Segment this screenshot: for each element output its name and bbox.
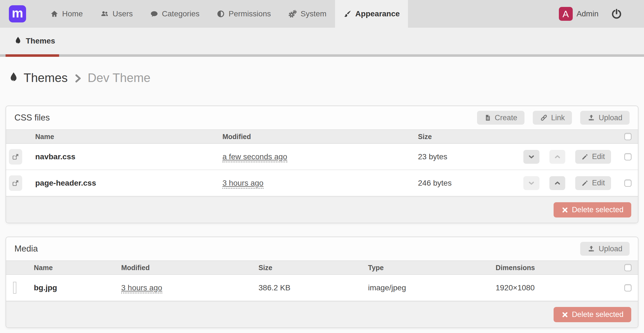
comment-icon bbox=[150, 10, 158, 18]
css-panel-footer: Delete selected bbox=[6, 196, 638, 223]
table-row-navbar-css: navbar.css a few seconds ago 23 bytes Ed… bbox=[6, 144, 638, 170]
user-block: A Admin bbox=[559, 0, 622, 28]
top-navbar: m Home Users Categories Permissions Syst… bbox=[0, 0, 644, 28]
panel-title: Media bbox=[14, 244, 38, 254]
share-icon bbox=[12, 179, 19, 187]
media-thumbnail[interactable] bbox=[13, 282, 16, 294]
upload-button-label: Upload bbox=[599, 245, 622, 253]
edit-button-label: Edit bbox=[592, 179, 605, 187]
column-header-size: Size bbox=[418, 133, 523, 141]
chevron-down-icon bbox=[528, 153, 535, 161]
upload-icon bbox=[587, 114, 595, 122]
nav-item-system[interactable]: System bbox=[280, 0, 335, 28]
x-icon bbox=[561, 206, 569, 214]
column-header-name: Name bbox=[34, 264, 121, 272]
user-name: Admin bbox=[577, 9, 599, 18]
select-all-checkbox[interactable] bbox=[624, 133, 632, 140]
share-button[interactable] bbox=[9, 149, 22, 165]
delete-selected-button[interactable]: Delete selected bbox=[554, 307, 631, 322]
edit-button[interactable]: Edit bbox=[575, 150, 611, 164]
paintbrush-icon bbox=[343, 10, 352, 18]
nav-item-permissions[interactable]: Permissions bbox=[208, 0, 279, 28]
adjust-icon bbox=[217, 10, 225, 18]
nav-item-label: Permissions bbox=[229, 9, 271, 18]
edit-button-label: Edit bbox=[592, 152, 605, 161]
tint-icon bbox=[14, 36, 22, 46]
share-icon bbox=[12, 153, 19, 161]
chevron-up-icon bbox=[554, 153, 561, 161]
logout-button[interactable] bbox=[611, 8, 622, 20]
file-name: navbar.css bbox=[35, 152, 222, 161]
row-checkbox[interactable] bbox=[624, 284, 632, 291]
row-checkbox[interactable] bbox=[624, 153, 632, 160]
move-down-button[interactable] bbox=[523, 150, 539, 164]
share-button[interactable] bbox=[9, 175, 22, 191]
css-table-header: Name Modified Size bbox=[6, 129, 638, 144]
avatar[interactable]: A bbox=[559, 7, 573, 21]
secondary-navbar: Themes bbox=[0, 28, 644, 57]
breadcrumb-current: Dev Theme bbox=[88, 71, 151, 85]
nav-item-label: Categories bbox=[162, 9, 199, 18]
select-all-checkbox[interactable] bbox=[624, 264, 632, 271]
move-down-button bbox=[523, 176, 539, 190]
column-header-size: Size bbox=[258, 264, 368, 272]
home-icon bbox=[50, 10, 59, 18]
tab-themes[interactable]: Themes bbox=[6, 28, 64, 54]
active-tab-underline bbox=[6, 54, 59, 57]
edit-button[interactable]: Edit bbox=[575, 176, 611, 190]
file-name: page-header.css bbox=[35, 179, 222, 188]
gears-icon bbox=[288, 10, 297, 18]
file-size: 23 bytes bbox=[418, 152, 523, 161]
x-icon bbox=[561, 311, 569, 318]
file-name: bg.jpg bbox=[34, 283, 121, 292]
delete-selected-button[interactable]: Delete selected bbox=[554, 202, 631, 217]
media-panel-footer: Delete selected bbox=[6, 301, 638, 327]
nav-item-label: Appearance bbox=[355, 9, 400, 18]
power-icon bbox=[611, 8, 622, 20]
file-size: 386.2 KB bbox=[258, 283, 368, 292]
nav-item-appearance[interactable]: Appearance bbox=[335, 0, 408, 28]
link-button[interactable]: Link bbox=[533, 111, 572, 125]
file-size: 246 bytes bbox=[418, 179, 523, 188]
upload-button[interactable]: Upload bbox=[580, 111, 630, 125]
file-icon bbox=[484, 114, 491, 122]
main-nav: Home Users Categories Permissions System… bbox=[42, 0, 408, 28]
chevron-down-icon bbox=[528, 179, 535, 187]
upload-button-label: Upload bbox=[599, 114, 622, 122]
file-dimensions: 1920×1080 bbox=[496, 283, 618, 292]
main-content: Themes Dev Theme CSS files Create Link U… bbox=[0, 57, 644, 328]
create-button[interactable]: Create bbox=[477, 111, 524, 125]
pencil-icon bbox=[581, 153, 589, 160]
nav-item-label: Home bbox=[62, 9, 83, 18]
delete-selected-label: Delete selected bbox=[572, 206, 623, 214]
nav-item-users[interactable]: Users bbox=[92, 0, 141, 28]
chevron-up-icon bbox=[554, 179, 561, 187]
css-files-panel: CSS files Create Link Upload Name Modif bbox=[6, 106, 638, 223]
modified-link[interactable]: 3 hours ago bbox=[121, 283, 162, 293]
modified-link[interactable]: 3 hours ago bbox=[222, 179, 263, 189]
delete-selected-label: Delete selected bbox=[572, 310, 623, 319]
upload-button[interactable]: Upload bbox=[580, 242, 630, 256]
chevron-right-icon bbox=[73, 73, 82, 84]
modified-link[interactable]: a few seconds ago bbox=[222, 152, 287, 162]
column-header-name: Name bbox=[35, 133, 222, 141]
column-header-modified: Modified bbox=[121, 264, 258, 272]
move-up-button[interactable] bbox=[549, 176, 566, 190]
table-row-page-header-css: page-header.css 3 hours ago 246 bytes Ed… bbox=[6, 170, 638, 196]
panel-title: CSS files bbox=[14, 113, 50, 123]
row-checkbox[interactable] bbox=[624, 180, 632, 187]
tab-underline-track bbox=[0, 54, 644, 57]
nav-item-categories[interactable]: Categories bbox=[141, 0, 208, 28]
breadcrumb-section[interactable]: Themes bbox=[24, 71, 68, 85]
tab-label: Themes bbox=[26, 37, 55, 45]
column-header-dimensions: Dimensions bbox=[496, 264, 618, 272]
nav-item-home[interactable]: Home bbox=[42, 0, 92, 28]
app-logo[interactable]: m bbox=[9, 5, 26, 22]
link-icon bbox=[540, 114, 548, 122]
move-up-button bbox=[549, 150, 566, 164]
link-button-label: Link bbox=[551, 114, 565, 122]
column-header-type: Type bbox=[368, 264, 496, 272]
media-panel: Media Upload Name Modified Size Type Dim… bbox=[6, 237, 638, 328]
tint-icon bbox=[8, 71, 19, 84]
file-type: image/jpeg bbox=[368, 283, 496, 292]
